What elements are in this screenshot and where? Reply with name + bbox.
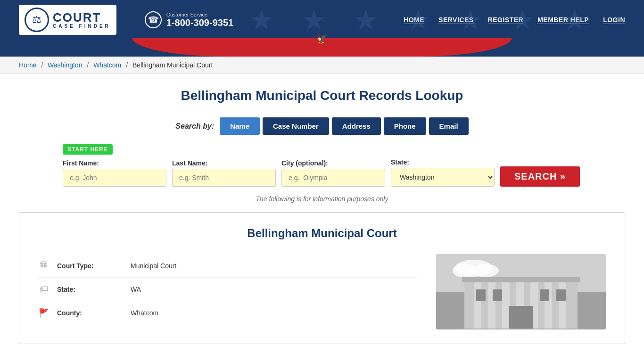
breadcrumb-court: Bellingham Municipal Court (132, 61, 213, 69)
phone-icon: ☎ (145, 11, 162, 28)
state-label-detail: State: (57, 286, 123, 293)
stars-decoration: ★ ★ ★ ★ ★ (297, 44, 347, 49)
search-button[interactable]: SEARCH » (500, 166, 580, 187)
breadcrumb-county[interactable]: Whatcom (93, 61, 121, 69)
court-info-title: Bellingham Municipal Court (38, 227, 606, 240)
svg-rect-20 (457, 329, 585, 329)
city-group: City (optional): (281, 159, 385, 187)
search-row: Search by: Name Case Number Address Phon… (19, 117, 625, 135)
court-type-value: Municipal Court (131, 262, 176, 270)
county-value: Whatcom (131, 309, 158, 317)
county-icon: 🚩 (38, 308, 50, 318)
customer-service-phone: 1-800-309-9351 (166, 17, 233, 28)
nav-member-help[interactable]: MEMBER HELP (537, 16, 589, 24)
main-content: Bellingham Municipal Court Records Looku… (0, 74, 644, 358)
svg-rect-16 (476, 289, 486, 301)
state-icon: 🏷 (38, 284, 50, 294)
logo[interactable]: ⚖ COURT CASE FINDER (19, 5, 116, 35)
first-name-input[interactable] (63, 169, 166, 187)
svg-rect-10 (502, 282, 510, 329)
state-row: 🏷 State: WA (38, 278, 417, 301)
breadcrumb: Home / Washington / Whatcom / Bellingham… (0, 57, 644, 74)
search-form: START HERE First Name: Last Name: City (… (63, 144, 581, 203)
svg-rect-7 (462, 277, 580, 282)
logo-subtitle: CASE FINDER (53, 24, 111, 29)
court-photo (436, 254, 606, 329)
eagle-area: 🦅 ★ ★ ★ ★ ★ (297, 33, 347, 49)
court-type-icon: 🏛 (38, 261, 50, 271)
breadcrumb-state[interactable]: Washington (48, 61, 82, 69)
nav-services[interactable]: SERVICES (438, 16, 474, 24)
county-row: 🚩 County: Whatcom (38, 301, 417, 325)
state-group: State: Washington Alabama Alaska Arizona… (391, 158, 495, 187)
logo-icon: ⚖ (25, 8, 49, 32)
city-label: City (optional): (281, 159, 385, 167)
info-note: The following is for information purpose… (63, 195, 581, 203)
search-by-label: Search by: (175, 122, 214, 131)
court-building-image (436, 254, 606, 329)
svg-rect-18 (540, 289, 549, 301)
state-select[interactable]: Washington Alabama Alaska Arizona Califo… (391, 168, 495, 187)
tab-name[interactable]: Name (220, 117, 260, 135)
logo-title: COURT (53, 11, 111, 24)
court-details: 🏛 Court Type: Municipal Court 🏷 State: W… (38, 254, 606, 329)
wave-banner: 🦅 ★ ★ ★ ★ ★ (0, 40, 644, 57)
svg-rect-15 (509, 306, 533, 329)
customer-service-label: Customer Service (166, 12, 233, 17)
svg-point-5 (472, 264, 499, 277)
breadcrumb-home[interactable]: Home (19, 61, 36, 69)
tab-phone[interactable]: Phone (384, 117, 426, 135)
nav-login[interactable]: LOGIN (603, 16, 625, 24)
last-name-label: Last Name: (172, 159, 276, 167)
form-fields: First Name: Last Name: City (optional): … (63, 158, 581, 187)
page-title: Bellingham Municipal Court Records Looku… (19, 88, 625, 103)
start-here-badge: START HERE (63, 144, 113, 155)
tab-email[interactable]: Email (429, 117, 469, 135)
svg-rect-19 (556, 289, 566, 301)
county-label: County: (57, 309, 123, 317)
tab-case-number[interactable]: Case Number (263, 117, 329, 135)
state-value: WA (131, 286, 141, 293)
court-info-box: Bellingham Municipal Court 🏛 Court Type:… (19, 212, 625, 344)
eagle-icon: 🦅 (297, 33, 347, 44)
tab-address[interactable]: Address (332, 117, 381, 135)
last-name-input[interactable] (172, 169, 276, 187)
first-name-label: First Name: (63, 159, 166, 167)
city-input[interactable] (281, 169, 385, 187)
court-type-row: 🏛 Court Type: Municipal Court (38, 254, 417, 278)
court-type-label: Court Type: (57, 262, 123, 270)
first-name-group: First Name: (63, 159, 166, 187)
nav-home[interactable]: HOME (404, 16, 424, 24)
main-nav: HOME SERVICES REGISTER MEMBER HELP LOGIN (404, 16, 625, 24)
svg-rect-17 (493, 289, 502, 301)
state-label: State: (391, 158, 495, 166)
court-details-left: 🏛 Court Type: Municipal Court 🏷 State: W… (38, 254, 417, 329)
last-name-group: Last Name: (172, 159, 276, 187)
customer-service: ☎ Customer Service 1-800-309-9351 (145, 11, 233, 28)
nav-register[interactable]: REGISTER (488, 16, 524, 24)
